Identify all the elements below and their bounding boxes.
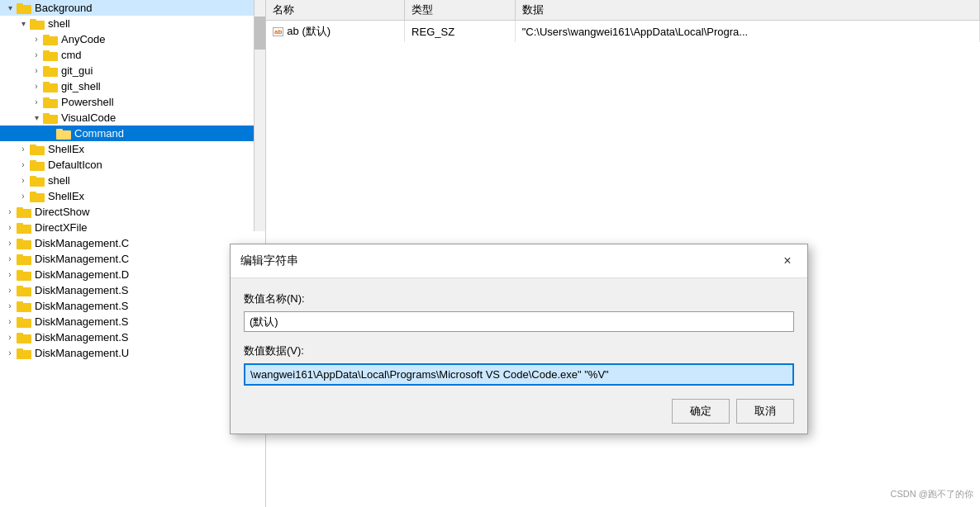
tree-label-background: Background: [35, 2, 92, 14]
tree-item-diskmanagement6[interactable]: › DiskManagement.S: [0, 314, 265, 329]
expand-icon-diskmanagement1: ›: [3, 239, 17, 248]
dialog-body: 数值名称(N): 数值数据(V): 确定 取消: [231, 278, 807, 434]
tree-label-shellex: ShellEx: [48, 143, 84, 155]
svg-rect-43: [17, 333, 23, 336]
tree-item-shellex2[interactable]: › ShellEx: [0, 188, 265, 204]
tree-item-powershell[interactable]: › Powershell: [0, 94, 265, 110]
tree-item-diskmanagement1[interactable]: › DiskManagement.C: [0, 235, 265, 251]
folder-icon-diskmanagement3: [17, 269, 31, 281]
folder-icon-diskmanagement1: [17, 238, 31, 249]
tree-label-command: Command: [74, 127, 124, 140]
tree-label-directshow: DirectShow: [35, 206, 89, 218]
folder-icon-shell: [30, 18, 45, 30]
expand-icon-shell: ▾: [17, 19, 30, 28]
tree-label-diskmanagement7: DiskManagement.S: [35, 331, 128, 344]
svg-rect-31: [17, 239, 23, 242]
svg-rect-41: [17, 317, 23, 320]
expand-icon-git_gui: ›: [30, 66, 43, 75]
tree-item-defaulticon[interactable]: › DefaultIcon: [0, 157, 265, 173]
tree-label-cmd: cmd: [61, 49, 82, 61]
dialog-title: 编辑字符串: [240, 254, 298, 268]
tree-label-defaulticon: DefaultIcon: [48, 159, 102, 171]
tree-label-directxfile: DirectXFile: [35, 221, 88, 234]
ok-button[interactable]: 确定: [672, 399, 730, 424]
col-data: 数据: [515, 0, 979, 21]
svg-rect-45: [17, 348, 23, 352]
tree-item-directshow[interactable]: › DirectShow: [0, 204, 265, 220]
folder-icon-shell2: [30, 175, 45, 187]
tree-item-git_gui[interactable]: › git_gui: [0, 63, 265, 78]
tree-item-shellex[interactable]: › ShellEx: [0, 141, 265, 157]
folder-icon-visualcode: [43, 112, 58, 124]
tree-scrollbar-thumb[interactable]: [255, 17, 265, 50]
tree-label-diskmanagement4: DiskManagement.S: [35, 284, 128, 296]
svg-rect-33: [17, 254, 23, 258]
tree-item-cmd[interactable]: › cmd: [0, 47, 265, 63]
expand-icon-shellex2: ›: [17, 192, 30, 201]
watermark: CSDN @跑不了的你: [891, 488, 973, 500]
tree-label-visualcode: VisualCode: [61, 111, 116, 124]
tree-label-diskmanagement5: DiskManagement.S: [35, 300, 128, 312]
tree-item-diskmanagement7[interactable]: › DiskManagement.S: [0, 329, 265, 345]
tree-item-shell2[interactable]: › shell: [0, 173, 265, 188]
folder-icon-diskmanagement5: [17, 301, 31, 312]
tree-item-diskmanagement2[interactable]: › DiskManagement.C: [0, 251, 265, 267]
folder-icon-diskmanagement4: [17, 285, 31, 296]
tree-item-diskmanagement5[interactable]: › DiskManagement.S: [0, 298, 265, 314]
folder-icon-directshow: [17, 206, 31, 218]
tree-label-diskmanagement3: DiskManagement.D: [35, 268, 129, 281]
expand-icon-diskmanagement4: ›: [3, 286, 17, 295]
col-name: 名称: [266, 0, 405, 21]
edit-string-dialog[interactable]: 编辑字符串 × 数值名称(N): 数值数据(V): 确定 取消: [230, 244, 808, 434]
tree-item-visualcode[interactable]: ▾ VisualCode: [0, 110, 265, 126]
value-input[interactable]: [244, 363, 794, 386]
svg-rect-23: [30, 176, 36, 179]
tree-label-shellex2: ShellEx: [48, 190, 84, 202]
expand-icon-visualcode: ▾: [30, 113, 43, 122]
expand-icon-diskmanagement8: ›: [3, 348, 17, 358]
svg-rect-27: [17, 207, 23, 211]
tree-label-shell: shell: [48, 17, 70, 30]
tree-item-anycode[interactable]: › AnyCode: [0, 31, 265, 47]
folder-icon-diskmanagement8: [17, 348, 31, 359]
cancel-button[interactable]: 取消: [736, 399, 794, 424]
folder-icon-diskmanagement6: [17, 316, 31, 328]
expand-icon-directxfile: ›: [3, 223, 17, 232]
folder-icon-defaulticon: [30, 159, 45, 171]
svg-rect-29: [17, 223, 23, 226]
tree-item-shell[interactable]: ▾ shell: [0, 16, 265, 31]
col-type: 类型: [405, 0, 516, 21]
tree-label-shell2: shell: [48, 174, 70, 187]
name-field-label: 数值名称(N):: [244, 291, 794, 306]
svg-rect-25: [30, 192, 36, 195]
tree-item-diskmanagement8[interactable]: › DiskManagement.U: [0, 345, 265, 361]
cell-name: abab (默认): [266, 21, 405, 43]
expand-icon-shellex: ›: [17, 145, 30, 154]
dialog-titlebar: 编辑字符串 ×: [231, 244, 807, 278]
tree-item-git_shell[interactable]: › git_shell: [0, 78, 265, 94]
tree-scrollbar[interactable]: [254, 0, 265, 231]
tree-item-diskmanagement4[interactable]: › DiskManagement.S: [0, 282, 265, 298]
table-row[interactable]: abab (默认)REG_SZ"C:\Users\wangwei161\AppD…: [266, 21, 980, 43]
tree-label-git_gui: git_gui: [61, 64, 93, 77]
cell-data: "C:\Users\wangwei161\AppData\Local\Progr…: [515, 21, 979, 43]
tree-label-powershell: Powershell: [61, 96, 114, 108]
expand-icon-git_shell: ›: [30, 82, 43, 91]
name-input[interactable]: [244, 311, 794, 332]
tree-item-diskmanagement3[interactable]: › DiskManagement.D: [0, 267, 265, 282]
dialog-buttons: 确定 取消: [244, 399, 794, 424]
folder-icon-git_gui: [43, 65, 58, 77]
svg-rect-13: [43, 97, 50, 101]
svg-rect-5: [43, 35, 50, 38]
tree-item-command[interactable]: Command: [0, 126, 265, 141]
svg-rect-1: [17, 3, 23, 7]
tree-item-directxfile[interactable]: › DirectXFile: [0, 220, 265, 235]
svg-rect-35: [17, 270, 23, 273]
folder-icon-command: [56, 128, 71, 140]
folder-icon-shellex2: [30, 191, 45, 202]
dialog-close-button[interactable]: ×: [778, 251, 797, 271]
tree-label-git_shell: git_shell: [61, 80, 101, 92]
tree-item-background[interactable]: ▾ Background: [0, 0, 265, 16]
expand-icon-diskmanagement7: ›: [3, 333, 17, 342]
svg-rect-9: [43, 66, 50, 69]
